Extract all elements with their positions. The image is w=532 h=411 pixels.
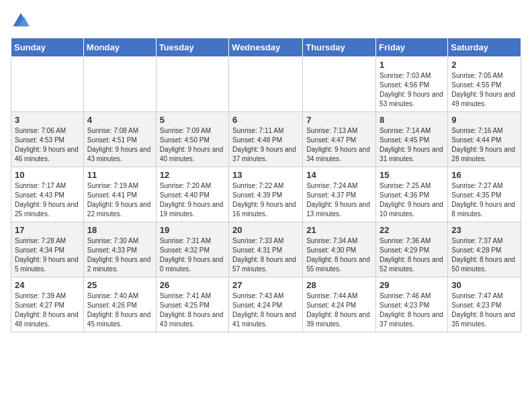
day-number: 12 <box>160 170 225 180</box>
cell-week2-day7: 9Sunrise: 7:16 AM Sunset: 4:44 PM Daylig… <box>448 112 521 167</box>
header-sunday: Sunday <box>11 38 84 57</box>
day-number: 9 <box>451 115 517 125</box>
cell-week3-day4: 13Sunrise: 7:22 AM Sunset: 4:39 PM Dayli… <box>229 167 303 222</box>
day-number: 4 <box>87 115 152 125</box>
day-info: Sunrise: 7:44 AM Sunset: 4:24 PM Dayligh… <box>306 291 372 329</box>
cell-week5-day1: 24Sunrise: 7:39 AM Sunset: 4:27 PM Dayli… <box>11 277 84 332</box>
day-number: 14 <box>306 170 372 180</box>
day-number: 29 <box>380 280 444 290</box>
day-info: Sunrise: 7:19 AM Sunset: 4:41 PM Dayligh… <box>87 181 152 219</box>
day-info: Sunrise: 7:20 AM Sunset: 4:40 PM Dayligh… <box>160 181 225 219</box>
day-info: Sunrise: 7:37 AM Sunset: 4:28 PM Dayligh… <box>451 236 517 274</box>
cell-week4-day6: 22Sunrise: 7:36 AM Sunset: 4:29 PM Dayli… <box>376 222 448 277</box>
day-number: 27 <box>232 280 299 290</box>
header-monday: Monday <box>83 38 156 57</box>
day-number: 11 <box>87 170 152 180</box>
cell-week1-day4 <box>229 57 303 112</box>
day-info: Sunrise: 7:39 AM Sunset: 4:27 PM Dayligh… <box>15 291 80 329</box>
cell-week4-day4: 20Sunrise: 7:33 AM Sunset: 4:31 PM Dayli… <box>229 222 303 277</box>
day-number: 23 <box>451 225 517 235</box>
week-row-3: 10Sunrise: 7:17 AM Sunset: 4:43 PM Dayli… <box>11 167 521 222</box>
day-info: Sunrise: 7:31 AM Sunset: 4:32 PM Dayligh… <box>160 236 225 274</box>
header-wednesday: Wednesday <box>229 38 303 57</box>
header <box>11 11 521 31</box>
header-friday: Friday <box>376 38 448 57</box>
day-number: 17 <box>15 225 80 235</box>
day-number: 24 <box>15 280 80 290</box>
day-number: 25 <box>87 280 152 290</box>
day-number: 8 <box>380 115 444 125</box>
cell-week1-day7: 2Sunrise: 7:05 AM Sunset: 4:55 PM Daylig… <box>448 57 521 112</box>
cell-week5-day7: 30Sunrise: 7:47 AM Sunset: 4:23 PM Dayli… <box>448 277 521 332</box>
cell-week1-day5 <box>303 57 376 112</box>
day-info: Sunrise: 7:43 AM Sunset: 4:24 PM Dayligh… <box>232 291 299 329</box>
cell-week2-day2: 4Sunrise: 7:08 AM Sunset: 4:51 PM Daylig… <box>83 112 156 167</box>
day-info: Sunrise: 7:46 AM Sunset: 4:23 PM Dayligh… <box>380 291 444 329</box>
day-number: 20 <box>232 225 299 235</box>
cell-week3-day7: 16Sunrise: 7:27 AM Sunset: 4:35 PM Dayli… <box>448 167 521 222</box>
week-row-5: 24Sunrise: 7:39 AM Sunset: 4:27 PM Dayli… <box>11 277 521 332</box>
day-number: 10 <box>15 170 80 180</box>
cell-week4-day7: 23Sunrise: 7:37 AM Sunset: 4:28 PM Dayli… <box>448 222 521 277</box>
day-number: 18 <box>87 225 152 235</box>
week-row-2: 3Sunrise: 7:06 AM Sunset: 4:53 PM Daylig… <box>11 112 521 167</box>
day-info: Sunrise: 7:08 AM Sunset: 4:51 PM Dayligh… <box>87 126 152 164</box>
cell-week1-day2 <box>83 57 156 112</box>
day-info: Sunrise: 7:13 AM Sunset: 4:47 PM Dayligh… <box>306 126 372 164</box>
header-tuesday: Tuesday <box>156 38 228 57</box>
logo-icon <box>11 11 31 31</box>
day-info: Sunrise: 7:30 AM Sunset: 4:33 PM Dayligh… <box>87 236 152 274</box>
cell-week5-day3: 26Sunrise: 7:41 AM Sunset: 4:25 PM Dayli… <box>156 277 228 332</box>
day-number: 5 <box>160 115 225 125</box>
calendar-body: 1Sunrise: 7:03 AM Sunset: 4:56 PM Daylig… <box>11 57 521 332</box>
cell-week5-day4: 27Sunrise: 7:43 AM Sunset: 4:24 PM Dayli… <box>229 277 303 332</box>
day-info: Sunrise: 7:47 AM Sunset: 4:23 PM Dayligh… <box>451 291 517 329</box>
day-info: Sunrise: 7:14 AM Sunset: 4:45 PM Dayligh… <box>380 126 444 164</box>
cell-week3-day3: 12Sunrise: 7:20 AM Sunset: 4:40 PM Dayli… <box>156 167 228 222</box>
day-info: Sunrise: 7:27 AM Sunset: 4:35 PM Dayligh… <box>451 181 517 219</box>
day-info: Sunrise: 7:28 AM Sunset: 4:34 PM Dayligh… <box>15 236 80 274</box>
cell-week3-day2: 11Sunrise: 7:19 AM Sunset: 4:41 PM Dayli… <box>83 167 156 222</box>
day-number: 7 <box>306 115 372 125</box>
day-info: Sunrise: 7:17 AM Sunset: 4:43 PM Dayligh… <box>15 181 80 219</box>
cell-week4-day2: 18Sunrise: 7:30 AM Sunset: 4:33 PM Dayli… <box>83 222 156 277</box>
day-info: Sunrise: 7:06 AM Sunset: 4:53 PM Dayligh… <box>15 126 80 164</box>
day-info: Sunrise: 7:25 AM Sunset: 4:36 PM Dayligh… <box>380 181 444 219</box>
cell-week4-day1: 17Sunrise: 7:28 AM Sunset: 4:34 PM Dayli… <box>11 222 84 277</box>
day-info: Sunrise: 7:16 AM Sunset: 4:44 PM Dayligh… <box>451 126 517 164</box>
day-info: Sunrise: 7:41 AM Sunset: 4:25 PM Dayligh… <box>160 291 225 329</box>
day-info: Sunrise: 7:24 AM Sunset: 4:37 PM Dayligh… <box>306 181 372 219</box>
day-number: 19 <box>160 225 225 235</box>
logo <box>11 11 34 31</box>
cell-week1-day3 <box>156 57 228 112</box>
header-saturday: Saturday <box>448 38 521 57</box>
cell-week5-day2: 25Sunrise: 7:40 AM Sunset: 4:26 PM Dayli… <box>83 277 156 332</box>
header-row: SundayMondayTuesdayWednesdayThursdayFrid… <box>11 38 521 57</box>
day-info: Sunrise: 7:36 AM Sunset: 4:29 PM Dayligh… <box>380 236 444 274</box>
day-number: 30 <box>451 280 517 290</box>
cell-week3-day5: 14Sunrise: 7:24 AM Sunset: 4:37 PM Dayli… <box>303 167 376 222</box>
day-number: 13 <box>232 170 299 180</box>
day-info: Sunrise: 7:22 AM Sunset: 4:39 PM Dayligh… <box>232 181 299 219</box>
cell-week2-day3: 5Sunrise: 7:09 AM Sunset: 4:50 PM Daylig… <box>156 112 228 167</box>
day-number: 3 <box>15 115 80 125</box>
day-info: Sunrise: 7:34 AM Sunset: 4:30 PM Dayligh… <box>306 236 372 274</box>
cell-week5-day6: 29Sunrise: 7:46 AM Sunset: 4:23 PM Dayli… <box>376 277 448 332</box>
day-number: 15 <box>380 170 444 180</box>
week-row-1: 1Sunrise: 7:03 AM Sunset: 4:56 PM Daylig… <box>11 57 521 112</box>
cell-week2-day4: 6Sunrise: 7:11 AM Sunset: 4:48 PM Daylig… <box>229 112 303 167</box>
day-number: 21 <box>306 225 372 235</box>
day-number: 16 <box>451 170 517 180</box>
header-thursday: Thursday <box>303 38 376 57</box>
cell-week2-day5: 7Sunrise: 7:13 AM Sunset: 4:47 PM Daylig… <box>303 112 376 167</box>
day-info: Sunrise: 7:11 AM Sunset: 4:48 PM Dayligh… <box>232 126 299 164</box>
day-info: Sunrise: 7:40 AM Sunset: 4:26 PM Dayligh… <box>87 291 152 329</box>
day-number: 1 <box>380 60 444 70</box>
day-number: 6 <box>232 115 299 125</box>
week-row-4: 17Sunrise: 7:28 AM Sunset: 4:34 PM Dayli… <box>11 222 521 277</box>
day-number: 26 <box>160 280 225 290</box>
calendar-table: SundayMondayTuesdayWednesdayThursdayFrid… <box>11 38 521 332</box>
day-number: 22 <box>380 225 444 235</box>
cell-week2-day1: 3Sunrise: 7:06 AM Sunset: 4:53 PM Daylig… <box>11 112 84 167</box>
cell-week1-day6: 1Sunrise: 7:03 AM Sunset: 4:56 PM Daylig… <box>376 57 448 112</box>
